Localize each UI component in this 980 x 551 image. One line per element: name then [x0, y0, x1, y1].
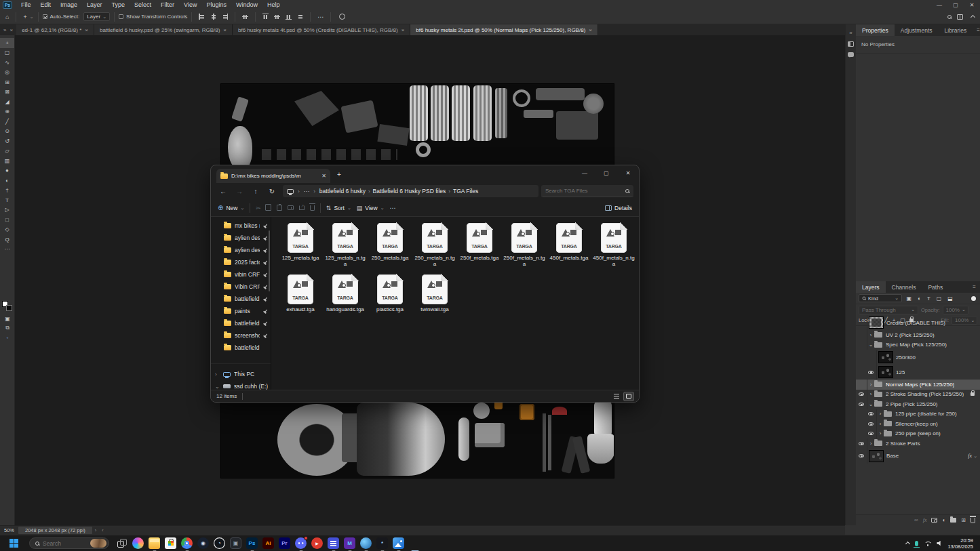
filter-type-icon[interactable]: T	[925, 295, 932, 302]
dodge-tool[interactable]: ◐	[0, 176, 14, 186]
file-item[interactable]: TARGA exhaust.tga	[278, 272, 323, 324]
file-item[interactable]: TARGA 250f_metals_n.tga	[502, 221, 547, 272]
new-tab-icon[interactable]: +	[337, 171, 341, 178]
visibility-toggle[interactable]	[856, 340, 867, 350]
breadcrumb-overflow-icon[interactable]: ⋯	[304, 188, 310, 195]
document-tab[interactable]: bf6 husky metals 2t.psd @ 50% (Normal Ma…	[410, 24, 598, 35]
align-middle-icon[interactable]	[274, 14, 280, 20]
wifi-icon[interactable]	[924, 541, 931, 546]
filter-shape-icon[interactable]: ▢	[935, 295, 943, 302]
frame-tool[interactable]: ⊠	[0, 87, 14, 98]
align-center-icon[interactable]	[210, 14, 216, 20]
hand-tool[interactable]: ◇	[0, 225, 14, 235]
chrome-icon[interactable]	[181, 537, 193, 549]
expand-arrow-icon[interactable]	[877, 430, 884, 436]
visibility-toggle[interactable]	[865, 429, 877, 439]
visibility-toggle[interactable]	[856, 399, 867, 409]
close-tab-icon[interactable]: ✕	[321, 173, 326, 179]
history-brush-tool[interactable]: ↺	[0, 136, 14, 146]
layer-row[interactable]: 2 Stroke Shading (Pick 125/250) fx⌄	[856, 390, 980, 400]
layer-row[interactable]: Silencer(keep on) fx⌄	[856, 419, 980, 429]
new-layer-icon[interactable]: ⊞	[961, 517, 966, 523]
media-player-icon[interactable]: ▶	[311, 537, 323, 549]
blend-mode-dropdown[interactable]: Pass Through⌄	[859, 306, 918, 314]
menu-item[interactable]: File	[16, 1, 36, 8]
filter-adjustment-icon[interactable]: ◐	[916, 295, 923, 302]
file-item[interactable]: TARGA 125_metals_n.tga	[323, 221, 368, 272]
edit-toolbar[interactable]: ⋯	[0, 245, 14, 255]
filter-pixel-layers-icon[interactable]: ▣	[905, 295, 914, 302]
panel-menu-icon[interactable]: ≡	[968, 281, 980, 293]
visibility-toggle[interactable]	[856, 438, 867, 449]
history-panel-icon[interactable]	[848, 41, 854, 47]
spark-app-icon[interactable]: *	[376, 537, 388, 549]
file-item[interactable]: TARGA 250f_metals.tga	[457, 221, 502, 272]
pen-tool[interactable]: †	[0, 186, 14, 196]
thumbnail-view-button[interactable]	[624, 392, 633, 401]
visibility-toggle[interactable]	[856, 390, 867, 400]
rename-icon[interactable]	[288, 205, 294, 210]
distribute-icon[interactable]	[242, 14, 248, 20]
explorer-titlebar[interactable]: D:\mx bikes modding\psds\m ✕ + — ▢ ✕	[211, 165, 639, 183]
expand-arrow-icon[interactable]	[867, 332, 874, 338]
visibility-toggle[interactable]	[865, 419, 877, 429]
file-item[interactable]: TARGA 250_metals_n.tga	[412, 221, 457, 272]
align-top-icon[interactable]	[262, 14, 269, 20]
hidden-icons-chevron[interactable]	[905, 542, 910, 546]
align-bottom-icon[interactable]	[286, 14, 292, 20]
layer-row[interactable]: 250 pipe (keep on) fx⌄	[856, 429, 980, 439]
visibility-toggle[interactable]	[856, 449, 867, 464]
filter-toggle-icon[interactable]	[971, 296, 976, 301]
sidebar-folder-item[interactable]: 2025 factory	[211, 256, 271, 268]
steam-icon[interactable]: ◉	[197, 537, 209, 549]
menu-item[interactable]: Select	[130, 1, 156, 8]
visibility-toggle[interactable]	[865, 350, 877, 365]
breadcrumb-item[interactable]: TGA Files ›	[453, 188, 478, 195]
new-group-icon[interactable]	[950, 518, 956, 523]
zoom-tool[interactable]: Q	[0, 234, 14, 245]
eyedropper-tool[interactable]: ◢	[0, 97, 14, 107]
file-item[interactable]: TARGA 125_metals.tga	[278, 221, 323, 272]
menu-item[interactable]: Layer	[82, 1, 107, 8]
file-item[interactable]: TARGA 450f_metals_n.tga	[591, 221, 636, 272]
lasso-tool[interactable]: ∿	[0, 58, 14, 68]
chat-app-icon[interactable]	[328, 537, 339, 549]
menu-item[interactable]: Window	[231, 1, 262, 8]
breadcrumb-item[interactable]: Battlefield 6 Husky PSD files ›	[373, 188, 453, 195]
close-tab-icon[interactable]: ×	[223, 27, 227, 33]
file-item[interactable]: TARGA handguards.tga	[323, 272, 368, 324]
zoom-level[interactable]: 50%	[0, 527, 18, 533]
volume-icon[interactable]	[937, 541, 942, 546]
file-explorer-icon[interactable]	[149, 537, 160, 549]
foreground-background-swatches[interactable]	[2, 301, 12, 311]
search-icon[interactable]	[947, 15, 952, 19]
layer-row[interactable]: 250/300 fx⌄	[856, 350, 980, 365]
close-tab-icon[interactable]: ×	[589, 27, 592, 33]
align-left-icon[interactable]	[199, 14, 205, 20]
breadcrumb[interactable]: › ⋯ › battlefield 6 husky › Battlefield …	[283, 185, 538, 197]
list-view-button[interactable]	[612, 392, 621, 401]
sidebar-folder-item[interactable]: mx bikes mo	[211, 220, 271, 232]
microsoft-store-icon[interactable]	[165, 537, 176, 549]
auto-select-checkbox[interactable]	[43, 14, 47, 19]
delete-icon[interactable]	[310, 205, 315, 211]
close-button[interactable]: ✕	[964, 2, 980, 8]
path-select-tool[interactable]: ▷	[0, 205, 14, 216]
expand-arrow-icon[interactable]	[877, 411, 884, 417]
menu-item[interactable]: Type	[107, 1, 130, 8]
comments-panel-icon[interactable]	[848, 52, 854, 57]
object-selection-tool[interactable]: ◎	[0, 68, 14, 78]
distribute-vertical-icon[interactable]	[297, 14, 303, 20]
move-tool-preset-icon[interactable]: +	[20, 14, 29, 20]
visibility-toggle[interactable]	[856, 315, 867, 330]
up-icon[interactable]: ↑	[249, 188, 262, 195]
close-tab-icon[interactable]: ×	[85, 27, 88, 33]
explorer-search-input[interactable]	[545, 188, 622, 194]
sidebar-scrollbar[interactable]	[269, 230, 270, 291]
align-right-icon[interactable]	[222, 14, 228, 20]
clone-stamp-tool[interactable]: ⊙	[0, 127, 14, 137]
sort-button[interactable]: ⇅ Sort⌄	[326, 205, 351, 211]
blur-tool[interactable]: ●	[0, 166, 14, 176]
layer-row[interactable]: Credits (DISABLE THIS) fx⌄	[856, 315, 980, 330]
expand-arrow-icon[interactable]	[867, 401, 874, 407]
